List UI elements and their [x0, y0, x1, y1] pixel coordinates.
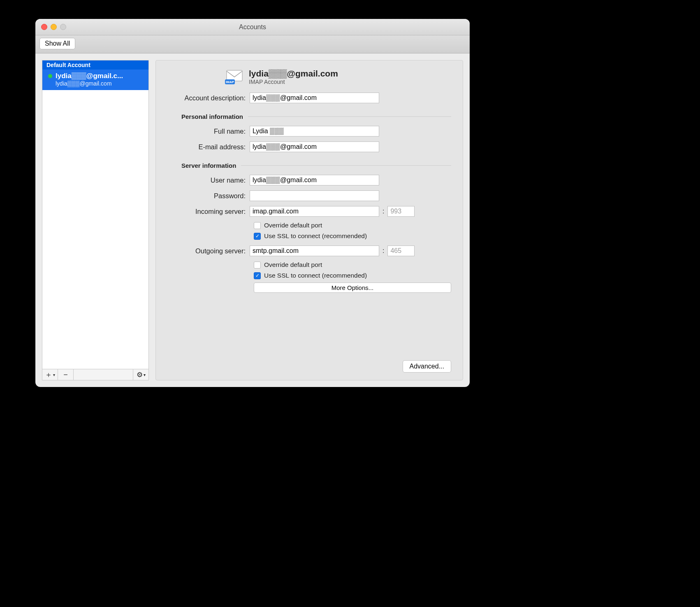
account-list-item[interactable]: lydia▒▒▒@gmail.c... lydia▒▒▒@gmail.com [42, 70, 148, 90]
label-in-override: Override default port [264, 222, 322, 229]
remove-account-button[interactable]: − [58, 369, 74, 380]
account-name: lydia▒▒▒@gmail.c... [56, 72, 123, 80]
label-password: Password: [167, 192, 250, 200]
port-separator: : [379, 208, 387, 215]
incoming-server-input[interactable] [250, 206, 379, 217]
password-input[interactable] [250, 190, 379, 201]
label-fullname: Full name: [167, 127, 250, 135]
label-username: User name: [167, 176, 250, 184]
account-description-input[interactable] [250, 93, 379, 103]
label-description: Account description: [167, 94, 250, 102]
outgoing-override-port-checkbox[interactable] [254, 262, 261, 269]
label-outgoing: Outgoing server: [167, 247, 250, 255]
window-title: Accounts [239, 23, 266, 31]
gear-icon: ⚙ [137, 371, 143, 379]
close-window-button[interactable] [41, 24, 47, 30]
account-header-subtitle: IMAP Account [249, 79, 338, 85]
sidebar-footer: ＋▾ − ⚙▾ [42, 369, 149, 380]
label-out-override: Override default port [264, 261, 322, 269]
minimize-window-button[interactable] [51, 24, 57, 30]
section-server: Server information [181, 162, 451, 169]
incoming-ssl-checkbox[interactable]: ✓ [254, 233, 261, 240]
label-incoming: Incoming server: [167, 208, 250, 215]
outgoing-ssl-checkbox[interactable]: ✓ [254, 272, 261, 279]
account-list: Default Account lydia▒▒▒@gmail.c... lydi… [42, 60, 149, 369]
full-name-input[interactable] [250, 126, 379, 137]
outgoing-port-input[interactable] [387, 246, 415, 256]
toolbar: Show All [35, 35, 470, 53]
mail-imap-icon: IMAP [225, 69, 244, 85]
incoming-override-port-checkbox[interactable] [254, 222, 261, 229]
account-actions-menu[interactable]: ⚙▾ [133, 369, 148, 380]
account-detail-panel: IMAP lydia▒▒▒@gmail.com IMAP Account Acc… [155, 60, 463, 380]
label-out-ssl: Use SSL to connect (recommended) [264, 272, 367, 279]
list-section-header: Default Account [42, 60, 148, 70]
account-sidebar: Default Account lydia▒▒▒@gmail.c... lydi… [42, 60, 149, 380]
account-header-title: lydia▒▒▒@gmail.com [249, 69, 338, 79]
user-name-input[interactable] [250, 175, 379, 185]
add-account-button[interactable]: ＋▾ [42, 369, 58, 380]
show-all-button[interactable]: Show All [39, 38, 75, 49]
account-sub: lydia▒▒▒@gmail.com [56, 80, 144, 87]
incoming-port-input[interactable] [387, 206, 415, 217]
email-address-input[interactable] [250, 141, 379, 152]
advanced-button[interactable]: Advanced... [403, 360, 452, 373]
titlebar: Accounts [35, 19, 470, 35]
more-options-button[interactable]: More Options... [254, 283, 451, 293]
outgoing-server-input[interactable] [250, 246, 379, 256]
section-personal: Personal information [181, 113, 451, 120]
label-email: E-mail address: [167, 143, 250, 151]
label-in-ssl: Use SSL to connect (recommended) [264, 232, 367, 240]
status-online-icon [48, 74, 52, 78]
port-separator-out: : [379, 247, 387, 255]
accounts-window: Accounts Show All Default Account lydia▒… [35, 19, 470, 387]
zoom-window-button [60, 24, 66, 30]
svg-text:IMAP: IMAP [226, 80, 234, 84]
